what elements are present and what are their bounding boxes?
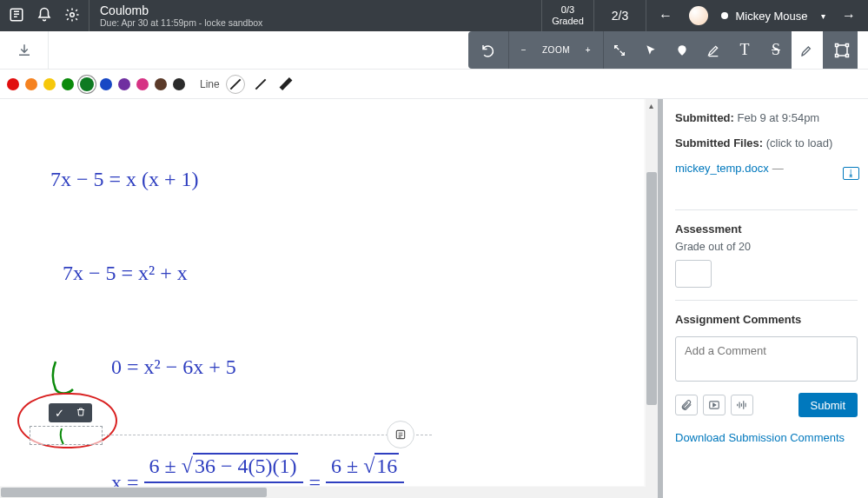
assessment-heading: Assessment <box>675 222 858 236</box>
student-position-text: 2/3 <box>612 9 628 23</box>
vertical-scrollbar-thumb[interactable] <box>646 172 657 405</box>
zoom-in-button[interactable]: + <box>579 31 598 69</box>
annotation-tools: T S <box>604 31 858 69</box>
color-swatch-orange[interactable] <box>25 78 37 90</box>
delete-annotation-icon[interactable] <box>76 407 86 420</box>
graded-numer: 0/3 <box>561 4 574 16</box>
annotation-selection-box[interactable] <box>30 426 103 445</box>
line-thick-option[interactable] <box>276 75 295 94</box>
document-viewer[interactable]: 7x − 5 = x (x + 1) 7x − 5 = x² + x 0 = x… <box>0 99 658 498</box>
color-swatch-red[interactable] <box>7 78 19 90</box>
assignment-due: Due: Apr 30 at 11:59pm - locke sandbox <box>100 17 531 28</box>
fullscreen-button[interactable] <box>604 31 635 69</box>
draw-tool[interactable] <box>792 31 823 69</box>
zoom-out-button[interactable]: − <box>514 31 533 69</box>
file-entry: mickey_temp.docx— <box>675 162 858 175</box>
student-position: 2/3 <box>593 0 646 31</box>
math-l4-rad-a: 36 − 4(5)(1) <box>193 453 299 477</box>
math-line-2: 7x − 5 = x² + x <box>63 257 404 289</box>
comment-connector-line <box>103 435 432 435</box>
line-thin-option[interactable] <box>226 75 245 94</box>
submitted-label: Submitted: <box>675 111 734 124</box>
annotation-mini-toolbar: ✓ <box>49 403 92 422</box>
comments-section: Assignment Comments Submit Download Subm… <box>675 300 858 444</box>
area-tool[interactable] <box>826 31 858 69</box>
grading-panel: Submitted: Feb 9 at 9:54pm Submitted Fil… <box>658 99 868 498</box>
line-label: Line <box>200 78 220 90</box>
grade-hint: Grade out of 20 <box>675 241 858 253</box>
svg-rect-6 <box>846 54 849 56</box>
color-swatch-black[interactable] <box>173 78 185 90</box>
student-name-text: Mickey Mouse <box>735 10 807 23</box>
confirm-annotation-icon[interactable]: ✓ <box>55 407 64 420</box>
graded-label: Graded <box>552 16 584 27</box>
files-hint: (click to load) <box>766 136 833 149</box>
color-swatch-green[interactable] <box>62 78 74 90</box>
media-comment-icon[interactable] <box>703 395 726 415</box>
color-swatch-brown[interactable] <box>155 78 167 90</box>
zoom-controls: − ZOOM + <box>509 31 604 69</box>
pointer-tool[interactable] <box>635 31 666 69</box>
submitted-value: Feb 9 at 9:54pm <box>738 111 820 124</box>
chevron-down-icon[interactable]: ▾ <box>821 11 825 21</box>
undo-button[interactable] <box>468 31 509 69</box>
comment-actions: Submit <box>675 393 858 417</box>
prev-student-button[interactable]: ← <box>655 4 676 27</box>
download-comments-link[interactable]: Download Submission Comments <box>675 431 858 444</box>
svg-rect-3 <box>836 43 838 46</box>
files-label: Submitted Files: <box>675 136 763 149</box>
color-swatch-blue[interactable] <box>100 78 112 90</box>
horizontal-scrollbar-thumb[interactable] <box>1 488 267 497</box>
vertical-scrollbar[interactable] <box>646 99 658 498</box>
horizontal-scrollbar[interactable] <box>0 487 658 498</box>
header-left-icons <box>0 0 89 31</box>
math-line-3: 0 = x² − 6x + 5 <box>111 351 404 382</box>
svg-rect-5 <box>836 54 838 56</box>
files-row: Submitted Files: (click to load) <box>675 136 858 149</box>
text-tool[interactable]: T <box>729 31 760 69</box>
strikeout-tool[interactable]: S <box>760 31 792 69</box>
color-swatch-purple[interactable] <box>118 78 130 90</box>
svg-point-1 <box>70 12 75 17</box>
math-l4-num-b: 6 ± <box>331 455 363 477</box>
math-l4-rad-b: 16 <box>374 453 399 477</box>
speech-recognition-icon[interactable] <box>731 395 753 415</box>
gear-icon[interactable] <box>64 7 80 25</box>
student-name-dropdown[interactable]: Mickey Mouse <box>721 10 807 23</box>
color-swatch-yellow[interactable] <box>43 78 56 90</box>
graded-count: 0/3 Graded <box>541 0 593 31</box>
next-student-button[interactable]: → <box>838 4 859 27</box>
highlight-tool[interactable] <box>698 31 729 69</box>
file-dash: — <box>772 162 784 175</box>
line-med-option[interactable] <box>251 75 270 94</box>
zoom-label: ZOOM <box>542 45 570 55</box>
comment-thread-button[interactable] <box>387 421 414 448</box>
submit-comment-button[interactable]: Submit <box>798 393 858 417</box>
doc-toolbar: − ZOOM + T S <box>0 31 868 70</box>
assignment-title[interactable]: Coulomb <box>100 3 531 17</box>
download-button[interactable] <box>0 31 49 69</box>
submitted-file-link[interactable]: mickey_temp.docx <box>675 162 769 175</box>
bell-icon[interactable] <box>36 7 52 25</box>
grade-input[interactable] <box>675 260 712 288</box>
submitted-row: Submitted: Feb 9 at 9:54pm <box>675 111 858 124</box>
assignment-info: Coulomb Due: Apr 30 at 11:59pm - locke s… <box>89 0 541 31</box>
assessment-section: Assessment Grade out of 20 <box>675 209 858 288</box>
color-swatch-darkgreen[interactable] <box>80 77 94 91</box>
download-file-icon[interactable]: ⭳ <box>843 167 859 180</box>
avatar[interactable] <box>689 6 708 25</box>
gradebook-icon[interactable] <box>9 7 24 25</box>
svg-rect-4 <box>846 43 849 46</box>
draw-options-row: Line <box>0 70 868 99</box>
color-swatch-pink[interactable] <box>136 78 149 90</box>
student-nav: ← Mickey Mouse ▾ → <box>646 0 868 31</box>
point-annotation-tool[interactable] <box>666 31 698 69</box>
math-l4-num-a: 6 ± <box>149 455 182 477</box>
comments-heading: Assignment Comments <box>675 313 858 326</box>
attach-file-icon[interactable] <box>675 395 698 415</box>
speedgrader-header: Coulomb Due: Apr 30 at 11:59pm - locke s… <box>0 0 868 31</box>
comment-textarea[interactable] <box>675 336 858 382</box>
math-line-1: 7x − 5 = x (x + 1) <box>50 163 404 195</box>
